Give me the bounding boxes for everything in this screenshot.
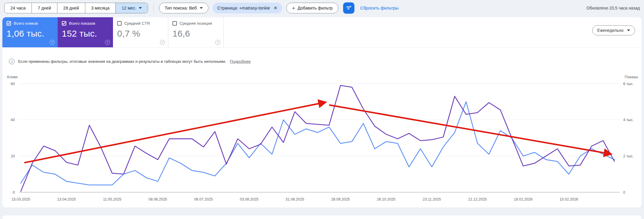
search-type-filter[interactable]: Тип поиска: Веб — [159, 3, 208, 13]
metric-value: 1,06 тыс. — [7, 29, 54, 39]
svg-text:03.08.2025: 03.08.2025 — [240, 197, 259, 201]
svg-text:31.08.2025: 31.08.2025 — [285, 197, 304, 201]
svg-text:28.09.2025: 28.09.2025 — [331, 197, 350, 201]
date-range-28d[interactable]: 28 дней — [57, 3, 85, 13]
svg-text:4 тыс.: 4 тыс. — [623, 118, 634, 122]
date-range-7d[interactable]: 7 дней — [32, 3, 57, 13]
svg-text:2 тыс.: 2 тыс. — [623, 154, 634, 158]
toolbar-divider — [153, 4, 154, 12]
svg-text:21.12.2025: 21.12.2025 — [468, 197, 487, 201]
svg-text:08.06.2025: 08.06.2025 — [149, 197, 167, 201]
add-filter-label: Добавить фильтр — [298, 6, 333, 10]
chevron-down-icon — [139, 7, 142, 9]
svg-text:Клики: Клики — [7, 75, 18, 79]
remove-filter-icon[interactable]: ✕ — [274, 5, 277, 11]
filters-notice: i Если применены фильтры, итоговые значе… — [9, 59, 251, 64]
metric-value: 16,6 — [172, 29, 219, 39]
date-range-24h[interactable]: 24 часа — [4, 3, 32, 13]
info-icon: i — [9, 59, 15, 64]
svg-text:18.01.2026: 18.01.2026 — [514, 197, 533, 201]
checkbox-checked-icon[interactable] — [62, 21, 66, 26]
help-icon[interactable]: ? — [50, 40, 55, 45]
svg-text:6 тыс.: 6 тыс. — [623, 82, 634, 86]
reset-filters-link[interactable]: Сбросить фильтры — [360, 6, 399, 10]
page-filter-label: Страница: +matrasy-tonkie — [217, 6, 270, 10]
svg-text:15.03.2025: 15.03.2025 — [12, 197, 30, 201]
next-section-card — [2, 215, 642, 219]
date-range-switcher: 24 часа 7 дней 28 дней 3 месяца 12 мес. — [4, 3, 148, 13]
chevron-down-icon — [200, 7, 203, 9]
filter-toolbar: 24 часа 7 дней 28 дней 3 месяца 12 мес. … — [4, 2, 640, 14]
svg-text:06.07.2025: 06.07.2025 — [194, 197, 213, 201]
performance-chart[interactable]: 00202 тыс.404 тыс.606 тыс.КликиПоказы15.… — [2, 73, 642, 207]
checkbox-unchecked-icon[interactable] — [117, 21, 122, 26]
metric-label: Всего кликов — [14, 21, 38, 26]
metric-label: Средняя позиция — [180, 21, 212, 26]
svg-text:0: 0 — [623, 190, 625, 195]
svg-text:Показы: Показы — [625, 75, 638, 79]
metric-tiles: Всего кликов 1,06 тыс. ? Всего показов 1… — [2, 17, 642, 48]
updated-timestamp: Обновлено 20,5 часа назад — [586, 6, 640, 10]
plus-icon: + — [292, 5, 295, 11]
metric-value: 152 тыс. — [62, 29, 109, 39]
filter-sparkle-icon — [346, 5, 352, 11]
metric-label: Всего показов — [69, 21, 95, 26]
chevron-down-icon — [627, 29, 630, 31]
svg-text:20: 20 — [11, 154, 15, 158]
chart-area: 00202 тыс.404 тыс.606 тыс.КликиПоказы15.… — [2, 73, 642, 207]
svg-text:13.04.2025: 13.04.2025 — [57, 197, 76, 201]
granularity-dropdown[interactable]: Еженедельно — [592, 25, 635, 35]
svg-text:0: 0 — [13, 190, 15, 195]
date-range-12m-label: 12 мес. — [122, 6, 136, 10]
granularity-label: Еженедельно — [597, 28, 623, 33]
date-range-12m-selected[interactable]: 12 мес. — [116, 3, 147, 13]
checkbox-checked-icon[interactable] — [7, 21, 11, 26]
help-icon[interactable]: ? — [215, 40, 220, 45]
svg-text:60: 60 — [11, 82, 15, 86]
page-filter-chip[interactable]: Страница: +matrasy-tonkie ✕ — [213, 3, 282, 13]
help-icon[interactable]: ? — [160, 40, 165, 45]
metric-label: Средний CTR — [124, 21, 150, 26]
svg-text:11.05.2025: 11.05.2025 — [103, 197, 121, 201]
metric-tile-total-clicks[interactable]: Всего кликов 1,06 тыс. ? — [2, 17, 58, 48]
svg-text:23.11.2025: 23.11.2025 — [423, 197, 441, 201]
date-range-3m[interactable]: 3 месяца — [85, 3, 116, 13]
help-icon[interactable]: ? — [105, 40, 110, 45]
learn-more-link[interactable]: Подробнее — [230, 59, 251, 64]
metric-tile-total-impressions[interactable]: Всего показов 152 тыс. ? — [58, 17, 113, 48]
smart-filter-button[interactable] — [343, 2, 354, 14]
add-filter-button[interactable]: + Добавить фильтр — [286, 3, 338, 13]
metric-tile-average-ctr[interactable]: Средний CTR 0,7 % ? — [113, 17, 168, 48]
metric-value: 0,7 % — [117, 29, 164, 39]
performance-card: Всего кликов 1,06 тыс. ? Всего показов 1… — [2, 17, 642, 207]
svg-text:26.10.2025: 26.10.2025 — [377, 197, 396, 201]
checkbox-unchecked-icon[interactable] — [172, 21, 177, 26]
svg-text:40: 40 — [11, 118, 15, 122]
search-type-label: Тип поиска: Веб — [165, 6, 197, 10]
metric-tile-average-position[interactable]: Средняя позиция 16,6 ? — [168, 17, 224, 48]
notice-text: Если применены фильтры, итоговые значени… — [18, 59, 226, 64]
svg-text:15.02.2026: 15.02.2026 — [560, 197, 578, 201]
